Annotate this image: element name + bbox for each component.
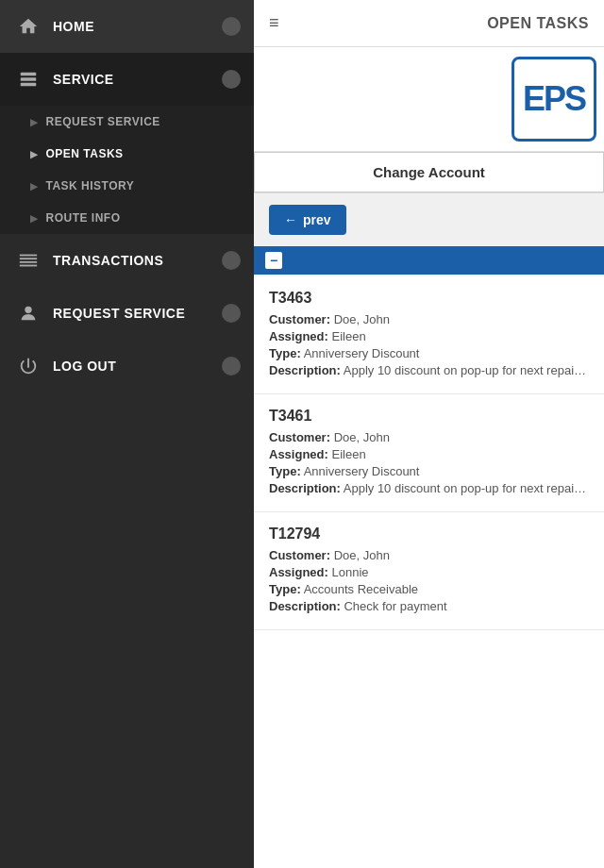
customer-value-1: Doe, John [334,430,390,444]
hamburger-icon[interactable]: ≡ [269,13,279,33]
submenu-route-info-label: ROUTE INFO [46,211,121,225]
submenu-request-service-label: REQUEST SERVICE [46,115,160,128]
service-icon [15,66,42,92]
svg-rect-1 [21,77,37,81]
customer-label-2: Customer: [269,548,330,562]
svg-rect-4 [20,258,37,259]
sidebar: HOME SERVICE ▶ REQUEST SERVICE ▶ OPEN TA… [0,0,254,868]
task-customer-2: Customer: Doe, John [269,548,589,562]
page-title: OPEN TASKS [291,15,589,32]
arrow-icon-open: ▶ [30,149,39,159]
task-customer-0: Customer: Doe, John [269,312,589,326]
svg-rect-0 [21,73,37,76]
assigned-value-2: Lonnie [331,565,368,579]
nav-bar: ← prev [254,193,604,246]
main-content: ≡ OPEN TASKS EPS Change Account ← prev −… [254,0,604,868]
task-type-2: Type: Accounts Receivable [269,582,589,596]
prev-arrow-icon: ← [284,212,297,227]
request-service-icon [15,300,42,326]
task-id-1: T3461 [269,408,589,425]
task-id-0: T3463 [269,290,589,307]
service-badge [222,70,241,89]
home-icon [15,13,42,40]
type-label-1: Type: [269,464,301,478]
prev-button-label: prev [303,212,331,227]
change-account-button[interactable]: Change Account [254,152,604,192]
transactions-icon [15,247,42,274]
assigned-label-0: Assigned: [269,329,328,343]
arrow-icon: ▶ [30,117,39,127]
task-description-2: Description: Check for payment [269,599,589,613]
customer-label-1: Customer: [269,430,330,444]
assigned-value-0: Eileen [331,329,365,343]
type-label-0: Type: [269,346,301,360]
arrow-icon-route: ▶ [30,213,39,224]
sidebar-item-service-label: SERVICE [53,72,114,87]
logo-area: EPS [254,47,604,152]
prev-button[interactable]: ← prev [269,205,346,235]
collapse-bar[interactable]: − [254,246,604,275]
request-service-badge [222,304,241,323]
arrow-icon-history: ▶ [30,181,39,192]
task-description-1: Description: Apply 10 discount on pop-up… [269,481,589,495]
task-assigned-2: Assigned: Lonnie [269,565,589,579]
sidebar-item-request-service[interactable]: REQUEST SERVICE [0,287,254,340]
table-row[interactable]: T12794 Customer: Doe, John Assigned: Lon… [254,512,604,630]
type-value-1: Anniversery Discount [304,464,420,478]
sidebar-item-request-service-label: REQUEST SERVICE [53,306,185,321]
task-id-2: T12794 [269,526,589,542]
submenu-request-service[interactable]: ▶ REQUEST SERVICE [0,106,254,138]
task-assigned-1: Assigned: Eileen [269,447,589,461]
table-row[interactable]: T3463 Customer: Doe, John Assigned: Eile… [254,276,604,394]
change-account-bar: Change Account [254,152,604,193]
sidebar-item-service[interactable]: SERVICE [0,53,254,106]
sidebar-item-logout[interactable]: LOG OUT [0,340,254,392]
svg-rect-5 [20,261,37,263]
main-header: ≡ OPEN TASKS [254,0,604,47]
submenu-route-info[interactable]: ▶ ROUTE INFO [0,202,254,234]
svg-rect-3 [20,255,37,257]
submenu-open-tasks[interactable]: ▶ OPEN TASKS [0,138,254,170]
description-value-2: Check for payment [344,599,446,613]
customer-value-0: Doe, John [334,312,390,326]
description-value-0: Apply 10 discount on pop-up for next rep… [344,363,589,377]
submenu-task-history[interactable]: ▶ TASK HISTORY [0,170,254,202]
tasks-container: T3463 Customer: Doe, John Assigned: Eile… [254,276,604,868]
svg-rect-6 [20,265,37,267]
assigned-label-1: Assigned: [269,447,328,461]
submenu-open-tasks-label: OPEN TASKS [46,147,124,160]
transactions-badge [222,251,241,270]
type-value-2: Accounts Receivable [304,582,418,596]
task-type-1: Type: Anniversery Discount [269,464,589,478]
customer-value-2: Doe, John [334,548,390,562]
task-type-0: Type: Anniversery Discount [269,346,589,360]
logout-badge [222,357,241,376]
svg-rect-2 [21,83,37,87]
type-value-0: Anniversery Discount [304,346,420,360]
sidebar-item-home-label: HOME [53,19,94,34]
type-label-2: Type: [269,582,301,596]
eps-logo: EPS [512,57,596,142]
sidebar-item-logout-label: LOG OUT [53,359,116,374]
sidebar-item-home[interactable]: HOME [0,0,254,53]
assigned-value-1: Eileen [331,447,365,461]
svg-point-7 [25,307,31,313]
home-badge [222,17,241,36]
table-row[interactable]: T3461 Customer: Doe, John Assigned: Eile… [254,394,604,512]
description-label-0: Description: [269,363,341,377]
task-assigned-0: Assigned: Eileen [269,329,589,343]
task-customer-1: Customer: Doe, John [269,430,589,444]
description-label-2: Description: [269,599,341,613]
customer-label-0: Customer: [269,312,330,326]
collapse-icon: − [265,252,282,269]
submenu-task-history-label: TASK HISTORY [46,179,135,192]
service-submenu: ▶ REQUEST SERVICE ▶ OPEN TASKS ▶ TASK HI… [0,106,254,234]
sidebar-item-transactions[interactable]: TRANSACTIONS [0,234,254,287]
description-label-1: Description: [269,481,341,495]
assigned-label-2: Assigned: [269,565,328,579]
task-description-0: Description: Apply 10 discount on pop-up… [269,363,589,377]
logout-icon [15,353,42,379]
sidebar-item-transactions-label: TRANSACTIONS [53,253,163,268]
description-value-1: Apply 10 discount on pop-up for next rep… [344,481,589,495]
eps-logo-text: EPS [523,79,585,119]
